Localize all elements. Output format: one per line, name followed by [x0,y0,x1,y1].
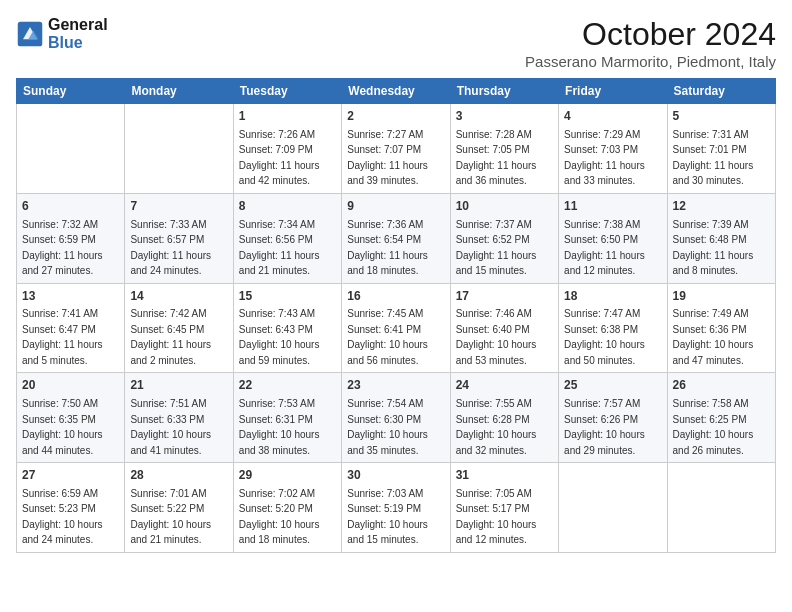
day-info: Sunrise: 7:01 AMSunset: 5:22 PMDaylight:… [130,488,211,546]
day-info: Sunrise: 7:55 AMSunset: 6:28 PMDaylight:… [456,398,537,456]
calendar-cell: 18Sunrise: 7:47 AMSunset: 6:38 PMDayligh… [559,283,667,373]
day-number: 24 [456,377,553,394]
location: Passerano Marmorito, Piedmont, Italy [525,53,776,70]
calendar-cell: 29Sunrise: 7:02 AMSunset: 5:20 PMDayligh… [233,463,341,553]
calendar-cell: 8Sunrise: 7:34 AMSunset: 6:56 PMDaylight… [233,193,341,283]
day-number: 1 [239,108,336,125]
day-info: Sunrise: 6:59 AMSunset: 5:23 PMDaylight:… [22,488,103,546]
day-number: 28 [130,467,227,484]
calendar-cell: 1Sunrise: 7:26 AMSunset: 7:09 PMDaylight… [233,104,341,194]
day-info: Sunrise: 7:47 AMSunset: 6:38 PMDaylight:… [564,308,645,366]
day-info: Sunrise: 7:39 AMSunset: 6:48 PMDaylight:… [673,219,754,277]
calendar-cell: 30Sunrise: 7:03 AMSunset: 5:19 PMDayligh… [342,463,450,553]
day-info: Sunrise: 7:51 AMSunset: 6:33 PMDaylight:… [130,398,211,456]
day-number: 13 [22,288,119,305]
weekday-header-friday: Friday [559,79,667,104]
calendar-cell: 5Sunrise: 7:31 AMSunset: 7:01 PMDaylight… [667,104,775,194]
calendar-table: SundayMondayTuesdayWednesdayThursdayFrid… [16,78,776,553]
calendar-cell [559,463,667,553]
title-block: October 2024 Passerano Marmorito, Piedmo… [525,16,776,70]
day-number: 8 [239,198,336,215]
calendar-week-1: 1Sunrise: 7:26 AMSunset: 7:09 PMDaylight… [17,104,776,194]
calendar-cell [125,104,233,194]
day-number: 21 [130,377,227,394]
calendar-cell: 6Sunrise: 7:32 AMSunset: 6:59 PMDaylight… [17,193,125,283]
day-number: 3 [456,108,553,125]
weekday-header-wednesday: Wednesday [342,79,450,104]
calendar-week-2: 6Sunrise: 7:32 AMSunset: 6:59 PMDaylight… [17,193,776,283]
calendar-cell: 15Sunrise: 7:43 AMSunset: 6:43 PMDayligh… [233,283,341,373]
day-number: 27 [22,467,119,484]
weekday-header-tuesday: Tuesday [233,79,341,104]
day-number: 16 [347,288,444,305]
day-info: Sunrise: 7:26 AMSunset: 7:09 PMDaylight:… [239,129,320,187]
day-info: Sunrise: 7:58 AMSunset: 6:25 PMDaylight:… [673,398,754,456]
calendar-week-3: 13Sunrise: 7:41 AMSunset: 6:47 PMDayligh… [17,283,776,373]
day-number: 17 [456,288,553,305]
weekday-header-monday: Monday [125,79,233,104]
day-number: 7 [130,198,227,215]
calendar-cell: 16Sunrise: 7:45 AMSunset: 6:41 PMDayligh… [342,283,450,373]
day-info: Sunrise: 7:46 AMSunset: 6:40 PMDaylight:… [456,308,537,366]
day-info: Sunrise: 7:45 AMSunset: 6:41 PMDaylight:… [347,308,428,366]
calendar-cell: 20Sunrise: 7:50 AMSunset: 6:35 PMDayligh… [17,373,125,463]
calendar-cell: 21Sunrise: 7:51 AMSunset: 6:33 PMDayligh… [125,373,233,463]
day-info: Sunrise: 7:49 AMSunset: 6:36 PMDaylight:… [673,308,754,366]
day-info: Sunrise: 7:32 AMSunset: 6:59 PMDaylight:… [22,219,103,277]
weekday-header-sunday: Sunday [17,79,125,104]
day-info: Sunrise: 7:34 AMSunset: 6:56 PMDaylight:… [239,219,320,277]
day-number: 23 [347,377,444,394]
calendar-cell: 2Sunrise: 7:27 AMSunset: 7:07 PMDaylight… [342,104,450,194]
day-info: Sunrise: 7:05 AMSunset: 5:17 PMDaylight:… [456,488,537,546]
day-number: 25 [564,377,661,394]
calendar-cell: 28Sunrise: 7:01 AMSunset: 5:22 PMDayligh… [125,463,233,553]
calendar-cell: 13Sunrise: 7:41 AMSunset: 6:47 PMDayligh… [17,283,125,373]
calendar-cell: 25Sunrise: 7:57 AMSunset: 6:26 PMDayligh… [559,373,667,463]
day-number: 19 [673,288,770,305]
day-info: Sunrise: 7:28 AMSunset: 7:05 PMDaylight:… [456,129,537,187]
day-info: Sunrise: 7:41 AMSunset: 6:47 PMDaylight:… [22,308,103,366]
calendar-cell: 10Sunrise: 7:37 AMSunset: 6:52 PMDayligh… [450,193,558,283]
calendar-cell: 11Sunrise: 7:38 AMSunset: 6:50 PMDayligh… [559,193,667,283]
page-header: General Blue October 2024 Passerano Marm… [16,16,776,70]
day-number: 6 [22,198,119,215]
calendar-cell: 17Sunrise: 7:46 AMSunset: 6:40 PMDayligh… [450,283,558,373]
day-info: Sunrise: 7:54 AMSunset: 6:30 PMDaylight:… [347,398,428,456]
day-number: 31 [456,467,553,484]
day-info: Sunrise: 7:50 AMSunset: 6:35 PMDaylight:… [22,398,103,456]
calendar-cell: 7Sunrise: 7:33 AMSunset: 6:57 PMDaylight… [125,193,233,283]
day-info: Sunrise: 7:53 AMSunset: 6:31 PMDaylight:… [239,398,320,456]
day-info: Sunrise: 7:57 AMSunset: 6:26 PMDaylight:… [564,398,645,456]
calendar-cell: 3Sunrise: 7:28 AMSunset: 7:05 PMDaylight… [450,104,558,194]
logo-text: General Blue [48,16,108,52]
month-title: October 2024 [525,16,776,53]
weekday-header-row: SundayMondayTuesdayWednesdayThursdayFrid… [17,79,776,104]
calendar-cell: 24Sunrise: 7:55 AMSunset: 6:28 PMDayligh… [450,373,558,463]
calendar-cell: 23Sunrise: 7:54 AMSunset: 6:30 PMDayligh… [342,373,450,463]
calendar-week-5: 27Sunrise: 6:59 AMSunset: 5:23 PMDayligh… [17,463,776,553]
day-info: Sunrise: 7:02 AMSunset: 5:20 PMDaylight:… [239,488,320,546]
calendar-cell: 26Sunrise: 7:58 AMSunset: 6:25 PMDayligh… [667,373,775,463]
day-number: 9 [347,198,444,215]
day-info: Sunrise: 7:42 AMSunset: 6:45 PMDaylight:… [130,308,211,366]
day-info: Sunrise: 7:27 AMSunset: 7:07 PMDaylight:… [347,129,428,187]
day-number: 20 [22,377,119,394]
day-info: Sunrise: 7:37 AMSunset: 6:52 PMDaylight:… [456,219,537,277]
day-number: 29 [239,467,336,484]
weekday-header-saturday: Saturday [667,79,775,104]
logo: General Blue [16,16,108,52]
day-number: 14 [130,288,227,305]
day-number: 11 [564,198,661,215]
calendar-cell: 19Sunrise: 7:49 AMSunset: 6:36 PMDayligh… [667,283,775,373]
calendar-cell: 4Sunrise: 7:29 AMSunset: 7:03 PMDaylight… [559,104,667,194]
day-number: 22 [239,377,336,394]
day-info: Sunrise: 7:03 AMSunset: 5:19 PMDaylight:… [347,488,428,546]
calendar-cell: 31Sunrise: 7:05 AMSunset: 5:17 PMDayligh… [450,463,558,553]
day-number: 30 [347,467,444,484]
day-number: 18 [564,288,661,305]
calendar-cell: 27Sunrise: 6:59 AMSunset: 5:23 PMDayligh… [17,463,125,553]
calendar-week-4: 20Sunrise: 7:50 AMSunset: 6:35 PMDayligh… [17,373,776,463]
day-number: 12 [673,198,770,215]
weekday-header-thursday: Thursday [450,79,558,104]
calendar-cell: 22Sunrise: 7:53 AMSunset: 6:31 PMDayligh… [233,373,341,463]
